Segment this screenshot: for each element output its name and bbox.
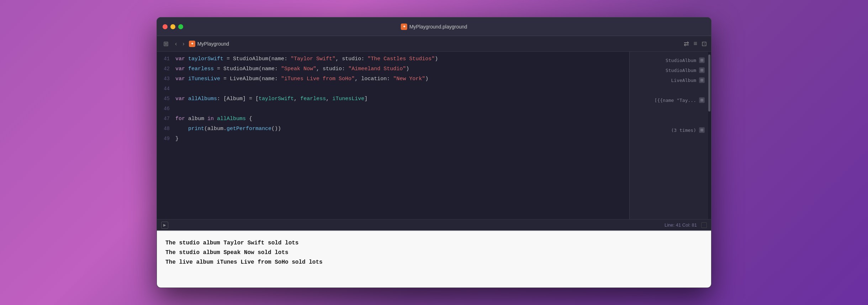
swift-icon: ✦: [401, 24, 407, 30]
result-line-48: (3 times): [630, 125, 708, 135]
line-number-43: 43: [157, 75, 175, 83]
code-line-48: 48 print(album.getPerformance()): [157, 124, 629, 134]
line-content-49: }: [175, 135, 629, 143]
grid-view-button[interactable]: ⊞: [161, 38, 171, 49]
console-line-1: The studio album Taylor Swift sold lots: [165, 238, 703, 248]
forward-button[interactable]: ›: [181, 40, 186, 48]
playground-name: MyPlayground: [197, 41, 229, 47]
close-button[interactable]: [163, 24, 168, 29]
line-col-status: Line: 41 Col: 81: [665, 222, 697, 228]
result-badge-42[interactable]: [699, 67, 705, 73]
result-badge-41[interactable]: [699, 57, 705, 63]
result-text-45: [{{name "Tay...: [655, 98, 696, 103]
line-number-47: 47: [157, 115, 175, 123]
line-number-41: 41: [157, 55, 175, 63]
toolbar: ⊞ ‹ › ✦ MyPlayground ⇄ ≡ ⊡: [157, 36, 711, 52]
code-line-44: 44: [157, 84, 629, 94]
code-line-45: 45 var allAlbums: [Album] = [taylorSwift…: [157, 94, 629, 104]
status-right: Line: 41 Col: 81: [665, 222, 707, 228]
results-sidebar: StudioAlbum StudioAlbum LiveAlbum [{{nam…: [629, 52, 708, 219]
titlebar: ✦ MyPlayground.playground: [157, 17, 711, 36]
scrollbar-track[interactable]: [708, 52, 711, 219]
line-content-44: [175, 85, 629, 93]
line-content-45: var allAlbums: [Album] = [taylorSwift, f…: [175, 95, 629, 103]
code-line-46: 46: [157, 104, 629, 114]
result-line-41: StudioAlbum: [630, 55, 708, 65]
traffic-lights: [163, 24, 183, 29]
result-line-45: [{{name "Tay...: [630, 95, 708, 105]
share-button[interactable]: ⇄: [684, 40, 689, 48]
code-lines: 41 var taylorSwift = StudioAlbum(name: "…: [157, 52, 629, 147]
code-line-42: 42 var fearless = StudioAlbum(name: "Spe…: [157, 64, 629, 74]
code-line-41: 41 var taylorSwift = StudioAlbum(name: "…: [157, 55, 629, 64]
line-number-46: 46: [157, 105, 175, 113]
line-content-46: [175, 105, 629, 113]
console-output: The studio album Taylor Swift sold lots …: [157, 231, 711, 288]
result-line-42: StudioAlbum: [630, 65, 708, 75]
line-number-49: 49: [157, 135, 175, 143]
split-view-button[interactable]: ⊡: [702, 40, 707, 48]
line-content-43: var iTunesLive = LiveAlbum(name: "iTunes…: [175, 75, 629, 83]
window-title: ✦ MyPlayground.playground: [401, 24, 467, 30]
result-line-44: [630, 85, 708, 95]
toolbar-right: ⇄ ≡ ⊡: [684, 40, 707, 48]
console-line-2: The studio album Speak Now sold lots: [165, 248, 703, 258]
line-number-48: 48: [157, 125, 175, 133]
line-content-47: for album in allAlbums {: [175, 115, 629, 123]
maximize-button[interactable]: [178, 24, 183, 29]
run-button[interactable]: ▶: [161, 222, 168, 229]
status-bar: ▶ Line: 41 Col: 81: [157, 219, 711, 231]
result-badge-45[interactable]: [699, 97, 705, 103]
back-button[interactable]: ‹: [174, 40, 178, 48]
playground-label: ✦ MyPlayground: [189, 41, 229, 47]
line-content-41: var taylorSwift = StudioAlbum(name: "Tay…: [175, 55, 629, 63]
minimize-button[interactable]: [170, 24, 175, 29]
result-text-43: LiveAlbum: [671, 78, 696, 83]
playground-swift-icon: ✦: [189, 41, 195, 47]
list-view-button[interactable]: ≡: [693, 40, 697, 47]
main-content: 41 var taylorSwift = StudioAlbum(name: "…: [157, 52, 711, 219]
code-line-43: 43 var iTunesLive = LiveAlbum(name: "iTu…: [157, 74, 629, 84]
result-line-47: [630, 115, 708, 125]
scrollbar-thumb[interactable]: [708, 55, 710, 112]
code-line-47: 47 for album in allAlbums {: [157, 114, 629, 124]
line-number-45: 45: [157, 95, 175, 103]
app-window: ✦ MyPlayground.playground ⊞ ‹ › ✦ MyPlay…: [157, 17, 711, 288]
console-line-3: The live album iTunes Live from SoHo sol…: [165, 258, 703, 267]
result-line-46: [630, 105, 708, 115]
result-badge-43[interactable]: [699, 77, 705, 83]
result-line-43: LiveAlbum: [630, 75, 708, 85]
code-editor[interactable]: 41 var taylorSwift = StudioAlbum(name: "…: [157, 52, 629, 219]
hide-console-button[interactable]: [701, 222, 707, 228]
result-badge-48[interactable]: [699, 127, 705, 133]
window-title-text: MyPlayground.playground: [409, 24, 467, 30]
result-text-42: StudioAlbum: [666, 68, 696, 73]
line-number-44: 44: [157, 85, 175, 93]
result-text-41: StudioAlbum: [666, 58, 696, 63]
code-line-49: 49 }: [157, 134, 629, 144]
line-content-42: var fearless = StudioAlbum(name: "Speak …: [175, 65, 629, 73]
line-number-42: 42: [157, 65, 175, 73]
result-line-49: [630, 135, 708, 145]
line-content-48: print(album.getPerformance()): [175, 125, 629, 133]
result-text-48: (3 times): [671, 128, 696, 133]
